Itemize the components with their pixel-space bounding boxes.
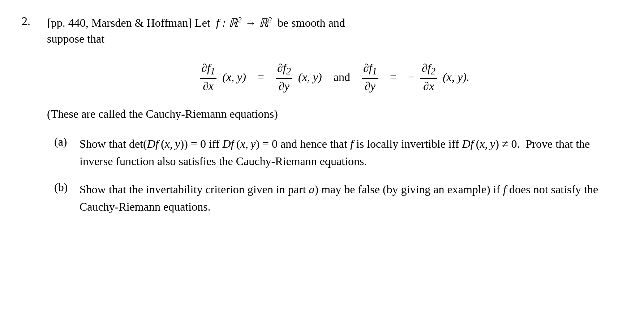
rhs2-segment: − ∂f2 ∂x (x, y). <box>408 61 469 92</box>
parts-container: (a) Show that det(Df (x, y)) = 0 iff Df … <box>47 135 622 215</box>
equals-1: = <box>255 70 267 84</box>
dy-den2: ∂y <box>363 79 377 93</box>
lhs2-segment: ∂f1 ∂y <box>362 61 378 92</box>
intro-prefix: [pp. 440, Marsden & Hoffman] Let <box>47 16 210 29</box>
and-text: and <box>331 70 353 84</box>
f-definition: f : ℝ2 → ℝ2 <box>213 16 278 29</box>
equation-block: ∂f1 ∂x (x, y) = ∂f2 ∂y (x, y) and ∂f1 ∂y <box>47 61 622 92</box>
rhs1-segment: ∂f2 ∂y (x, y) <box>276 61 322 92</box>
lhs-args: (x, y) <box>222 70 246 84</box>
minus-sign: − <box>408 70 415 84</box>
codomain: ℝ2 <box>259 16 272 29</box>
df1-num2: ∂f1 <box>362 61 378 78</box>
dy-denominator: ∂y <box>277 79 291 93</box>
arrow: → <box>245 16 259 29</box>
df2-num2: ∂f2 <box>420 61 437 78</box>
dx-den2: ∂x <box>422 79 435 93</box>
part-b-label: (b) <box>54 181 80 194</box>
suppose-that: suppose that <box>47 32 104 45</box>
part-b: (b) Show that the invertability criterio… <box>54 181 622 215</box>
intro-text: [pp. 440, Marsden & Hoffman] Let f : ℝ2 … <box>47 14 622 47</box>
problem-content: [pp. 440, Marsden & Hoffman] Let f : ℝ2 … <box>47 14 622 215</box>
be-smooth-and: be smooth and <box>278 16 345 29</box>
rhs2-args: (x, y). <box>443 70 469 84</box>
part-a-label: (a) <box>54 135 80 148</box>
dx-denominator: ∂x <box>201 79 215 93</box>
problem-number: 2. <box>22 14 47 28</box>
frac-df2-dy: ∂f2 ∂y <box>276 61 292 92</box>
part-b-text: Show that the invertability criterion gi… <box>80 181 622 215</box>
domain: ℝ2 <box>229 16 241 29</box>
frac-df1-dx: ∂f1 ∂x <box>200 61 216 92</box>
df2-numerator: ∂f2 <box>276 61 292 78</box>
part-a-text: Show that det(Df (x, y)) = 0 iff Df (x, … <box>80 135 622 170</box>
f-letter: f <box>216 16 219 29</box>
cauchy-riemann-note: (These are called the Cauchy-Riemann equ… <box>47 107 622 121</box>
part-a: (a) Show that det(Df (x, y)) = 0 iff Df … <box>54 135 622 170</box>
frac-df1-dy: ∂f1 ∂y <box>362 61 378 92</box>
problem-container: 2. [pp. 440, Marsden & Hoffman] Let f : … <box>22 14 622 215</box>
lhs-segment: ∂f1 ∂x (x, y) <box>200 61 246 92</box>
df1-numerator: ∂f1 <box>200 61 216 78</box>
colon: : <box>222 16 229 29</box>
frac-df2-dx: ∂f2 ∂x <box>420 61 437 92</box>
rhs1-args: (x, y) <box>298 70 322 84</box>
equals-2: = <box>387 70 399 84</box>
